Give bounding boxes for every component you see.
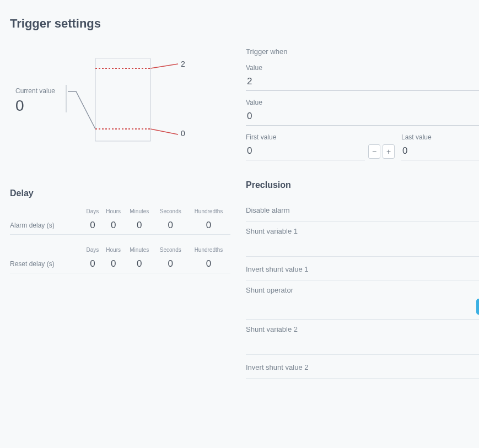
reset-delay-minutes[interactable]: 0: [125, 255, 154, 273]
invert-shunt-2-label: Invert shunt value 2: [246, 363, 308, 371]
page-title: Trigger settings: [10, 17, 469, 31]
first-value-increment[interactable]: +: [383, 144, 395, 159]
invert-shunt-2-row: Invert shunt value 2 False: [246, 355, 479, 379]
trigger-diagram: Current value 0 2 0: [10, 58, 230, 169]
alarm-delay-days[interactable]: 0: [83, 217, 102, 235]
preclusion-section-title: Preclusion: [246, 180, 479, 190]
reset-delay-seconds[interactable]: 0: [154, 255, 187, 273]
delay-col-seconds: Seconds: [154, 206, 187, 217]
trigger-value-row-1: Value − +: [246, 99, 479, 126]
trigger-when-label: Trigger when: [246, 47, 287, 56]
value-label-0: Value: [246, 64, 479, 72]
first-value-label: First value: [246, 133, 395, 141]
disable-alarm-label: Disable alarm: [246, 206, 289, 214]
value-label-1: Value: [246, 99, 479, 106]
delay-col-hours: Hours: [102, 206, 125, 217]
shunt-operator-and[interactable]: AND: [476, 299, 479, 315]
current-value-label: Current value: [15, 87, 55, 95]
delay-table: Days Hours Minutes Seconds Hundredths Al…: [10, 206, 230, 273]
last-value-label: Last value: [401, 133, 479, 141]
disable-alarm-row: Disable alarm False: [246, 198, 479, 222]
shunt-operator-label: Shunt operator: [246, 286, 479, 294]
shunt-operator-row: Shunt operator AND OR: [246, 280, 479, 320]
alarm-delay-label: Alarm delay (s): [10, 217, 83, 235]
trigger-value-row-0: Value − +: [246, 64, 479, 91]
first-value-decrement[interactable]: −: [368, 144, 380, 159]
delay-col-hundredths: Hundredths: [187, 206, 230, 217]
first-value-input[interactable]: [246, 142, 365, 160]
reset-delay-days[interactable]: 0: [83, 255, 102, 273]
invert-shunt-1-row: Invert shunt value 1 False: [246, 257, 479, 280]
svg-line-4: [150, 129, 178, 134]
shunt-var-2-row: Shunt variable 2 Null: [246, 320, 479, 355]
delay-row-alarm: Alarm delay (s) 0 0 0 0 0: [10, 217, 230, 235]
delay-row-reset: Reset delay (s) 0 0 0 0 0: [10, 255, 230, 273]
alarm-delay-hundredths[interactable]: 0: [187, 217, 230, 235]
reset-delay-label: Reset delay (s): [10, 255, 83, 273]
delay-col-minutes: Minutes: [125, 206, 154, 217]
alarm-delay-seconds[interactable]: 0: [154, 217, 187, 235]
reset-delay-hours[interactable]: 0: [102, 255, 125, 273]
delay-col-days: Days: [83, 206, 102, 217]
last-value-input[interactable]: [401, 142, 479, 160]
alarm-delay-hours[interactable]: 0: [102, 217, 125, 235]
value-input-1[interactable]: [246, 107, 479, 126]
shunt-var-1-row: Shunt variable 1 Null: [246, 222, 479, 257]
shunt-var-1-label: Shunt variable 1: [246, 227, 479, 235]
svg-line-2: [150, 64, 178, 68]
shunt-var-2-label: Shunt variable 2: [246, 325, 479, 333]
trigger-range-row: First value − + Last value − +: [246, 133, 479, 160]
value-input-0[interactable]: [246, 73, 479, 91]
diagram-upper-marker: 2: [181, 60, 185, 68]
current-value: 0: [15, 97, 24, 115]
reset-delay-hundredths[interactable]: 0: [187, 255, 230, 273]
diagram-lower-marker: 0: [181, 129, 185, 138]
invert-shunt-1-label: Invert shunt value 1: [246, 265, 308, 273]
alarm-delay-minutes[interactable]: 0: [125, 217, 154, 235]
delay-section-title: Delay: [10, 188, 230, 198]
